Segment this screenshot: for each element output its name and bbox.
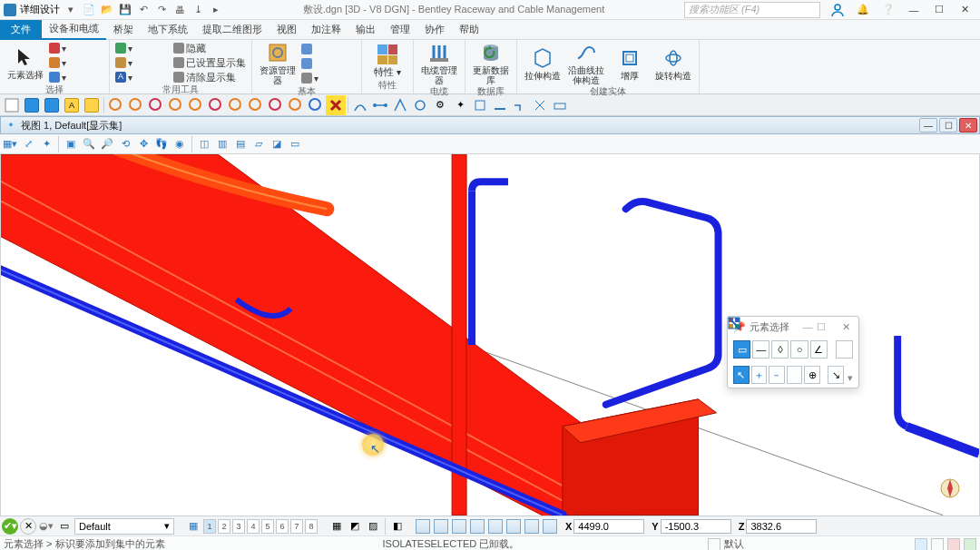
rotate-build-button[interactable]: 旋转构造 bbox=[653, 47, 693, 81]
tb-pick[interactable] bbox=[2, 95, 22, 115]
sel-method-invert[interactable] bbox=[787, 366, 803, 384]
menu-view[interactable]: 视图 bbox=[270, 20, 304, 40]
fence-tool[interactable]: ▾ bbox=[49, 71, 103, 83]
iso-7[interactable] bbox=[524, 518, 540, 535]
coord-z-input[interactable] bbox=[746, 519, 817, 534]
tb-misc-3[interactable] bbox=[510, 95, 530, 115]
export-icon[interactable]: ⤓ bbox=[191, 3, 205, 17]
tb-highlight[interactable] bbox=[82, 95, 102, 115]
vt-clip1[interactable]: ◫ bbox=[196, 136, 212, 152]
bell-icon[interactable]: 🔔 bbox=[851, 1, 875, 19]
coord-y-input[interactable] bbox=[661, 519, 731, 534]
menu-collab[interactable]: 协作 bbox=[417, 20, 452, 40]
minimize-button[interactable]: — bbox=[902, 1, 926, 19]
snap-button[interactable]: ◒▾ bbox=[38, 518, 54, 535]
open-icon[interactable]: 📂 bbox=[100, 3, 114, 17]
tb-route-9[interactable] bbox=[266, 95, 286, 115]
menu-underground[interactable]: 地下系统 bbox=[141, 20, 195, 40]
print-icon[interactable]: 🖶 bbox=[172, 3, 187, 17]
view-compass[interactable] bbox=[937, 476, 963, 501]
extrude-button[interactable]: 拉伸构造 bbox=[523, 47, 563, 81]
vt-rotate[interactable]: ⟲ bbox=[117, 136, 133, 152]
undo-icon[interactable]: ↶ bbox=[136, 3, 151, 17]
reject-button[interactable]: ✕ bbox=[20, 518, 36, 535]
thicken-button[interactable]: 增厚 bbox=[610, 47, 650, 81]
tb-curve-3[interactable] bbox=[390, 95, 410, 115]
tb-route-7[interactable] bbox=[226, 95, 246, 115]
view-btn-4[interactable]: 4 bbox=[247, 519, 260, 534]
dropdown-icon[interactable]: ▾ bbox=[64, 3, 78, 17]
vt-zoom2[interactable]: ✦ bbox=[38, 136, 54, 152]
menu-help[interactable]: 帮助 bbox=[452, 20, 486, 40]
save-icon[interactable]: 💾 bbox=[118, 3, 132, 17]
ribbon-search[interactable]: 搜索功能区 (F4) bbox=[684, 2, 820, 18]
tb-select-cross[interactable] bbox=[42, 95, 62, 115]
vt-zoom-in[interactable]: 🔍 bbox=[81, 136, 97, 152]
vt-pan[interactable]: ✥ bbox=[135, 136, 152, 152]
tb-gear[interactable]: ⚙ bbox=[430, 95, 450, 115]
iso-3[interactable] bbox=[451, 518, 467, 535]
render-3[interactable]: ▨ bbox=[365, 518, 381, 535]
vt-orbit[interactable]: ◉ bbox=[172, 136, 188, 152]
model-viewport[interactable]: ↖ 📌 元素选择 — ☐ ✕ ▭ — ◊ ○ ∠ ↖ ＋ － ⊕ ↘ ▾ bbox=[0, 154, 980, 516]
vt-wire[interactable]: ▱ bbox=[250, 136, 267, 152]
render-1[interactable]: ▦ bbox=[328, 518, 345, 535]
menu-equipment-cable[interactable]: 设备和电缆 bbox=[42, 20, 106, 40]
tb-route-10[interactable] bbox=[286, 95, 306, 115]
views-icon[interactable]: ▦ bbox=[185, 518, 201, 535]
msg-ic-2[interactable] bbox=[931, 538, 944, 551]
view-btn-8[interactable]: 8 bbox=[305, 519, 318, 534]
accept-button[interactable]: ✔▾ bbox=[2, 518, 18, 535]
view-btn-3[interactable]: 3 bbox=[232, 519, 245, 534]
vt-rect[interactable]: ▭ bbox=[287, 136, 303, 152]
view-btn-5[interactable]: 5 bbox=[261, 519, 274, 534]
level-selector[interactable]: Default▾ bbox=[74, 518, 174, 535]
menu-output[interactable]: 输出 bbox=[348, 20, 383, 40]
redo-icon[interactable]: ↷ bbox=[154, 3, 169, 17]
maximize-button[interactable]: ☐ bbox=[927, 1, 951, 19]
brush-tool[interactable]: ▾ bbox=[115, 56, 170, 69]
menu-extract2d[interactable]: 提取二维图形 bbox=[195, 20, 270, 40]
iso-5[interactable] bbox=[487, 518, 504, 535]
view-close[interactable]: ✕ bbox=[959, 118, 977, 133]
paint-tool[interactable]: ▾ bbox=[49, 56, 103, 69]
tb-curve-1[interactable] bbox=[350, 95, 370, 115]
layer-tool[interactable]: ▾ bbox=[115, 42, 170, 54]
tb-misc-1[interactable] bbox=[470, 95, 490, 115]
tb-route-8[interactable] bbox=[246, 95, 266, 115]
element-select-button[interactable]: 元素选择 bbox=[5, 46, 45, 80]
msg-ic-4[interactable] bbox=[964, 538, 976, 551]
iso-2[interactable] bbox=[433, 518, 449, 535]
text-tool[interactable]: A▾ bbox=[115, 71, 170, 83]
view-btn-1[interactable]: 1 bbox=[203, 519, 216, 534]
msg-ic-1[interactable] bbox=[915, 538, 927, 551]
locks-icon[interactable]: ▭ bbox=[56, 518, 73, 535]
close-button[interactable]: ✕ bbox=[953, 1, 976, 19]
tb-misc-5[interactable] bbox=[550, 95, 570, 115]
tb-route-2[interactable] bbox=[126, 95, 146, 115]
view-btn-7[interactable]: 7 bbox=[290, 519, 303, 534]
vt-walk[interactable]: 👣 bbox=[153, 136, 170, 152]
tb-misc-4[interactable] bbox=[530, 95, 550, 115]
coord-x-input[interactable] bbox=[573, 519, 644, 534]
menu-annotate[interactable]: 加注释 bbox=[304, 20, 348, 40]
iso-8[interactable] bbox=[542, 518, 558, 535]
pointer-icon[interactable]: ▸ bbox=[209, 3, 223, 17]
properties-button[interactable]: 特性 ▾ bbox=[368, 44, 407, 77]
view-btn-6[interactable]: 6 bbox=[276, 519, 289, 534]
misc-tool[interactable]: ▾ bbox=[301, 72, 356, 84]
vt-zoom-out[interactable]: 🔎 bbox=[99, 136, 115, 152]
tb-route-5[interactable] bbox=[186, 95, 206, 115]
menu-manage[interactable]: 管理 bbox=[383, 20, 417, 40]
attach-tool[interactable] bbox=[301, 43, 356, 55]
tb-route-11[interactable] bbox=[306, 95, 326, 115]
file-menu[interactable]: 文件 bbox=[0, 20, 42, 40]
vt-clip3[interactable]: ▤ bbox=[232, 136, 249, 152]
vt-clip2[interactable]: ▥ bbox=[214, 136, 230, 152]
resource-manager-button[interactable]: 资源管理器 bbox=[258, 42, 298, 85]
tb-circle[interactable] bbox=[410, 95, 430, 115]
vt-zoom1[interactable]: ⤢ bbox=[20, 136, 36, 152]
render-2[interactable]: ◩ bbox=[347, 518, 363, 535]
cable-manager-button[interactable]: 电缆管理器 bbox=[419, 42, 459, 85]
vt-display[interactable]: ▦▾ bbox=[2, 136, 18, 152]
